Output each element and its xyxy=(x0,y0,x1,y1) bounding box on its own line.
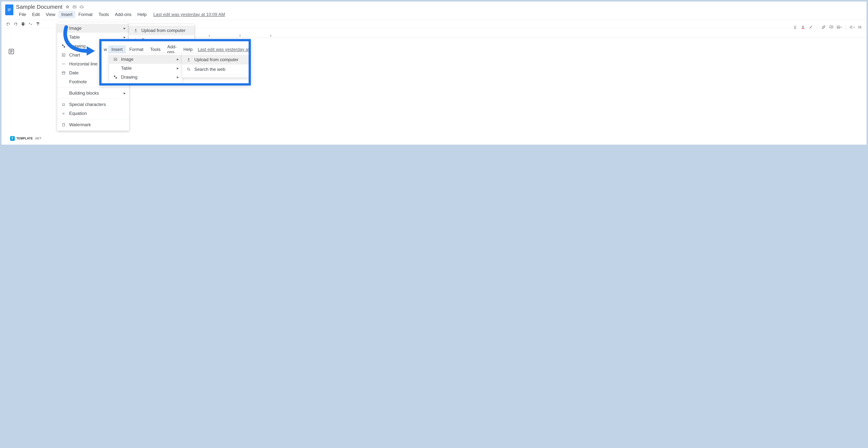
blank-icon xyxy=(61,79,66,84)
menu-label: Image xyxy=(121,57,133,62)
menu-addons[interactable]: Add-ons xyxy=(112,11,134,18)
svg-point-20 xyxy=(187,68,189,70)
svg-rect-18 xyxy=(114,76,116,77)
callout-drawing-item[interactable]: Drawing ▶ xyxy=(109,73,182,82)
callout-search-web-item[interactable]: Search the web xyxy=(182,64,249,74)
menu-edit[interactable]: Edit xyxy=(29,11,43,18)
last-edit-link[interactable]: Last edit was yesterday at 10:09 AM xyxy=(153,12,225,17)
image-icon xyxy=(61,26,66,31)
insert-equation-item[interactable]: π2 Equation xyxy=(57,109,129,118)
app-frame: Sample Document File Edit View Insert Fo… xyxy=(1,1,867,145)
insert-watermark-item[interactable]: Watermark xyxy=(57,120,129,129)
align-button[interactable]: ▾ xyxy=(849,25,855,30)
link-button[interactable] xyxy=(821,25,826,30)
spellcheck-button[interactable] xyxy=(28,21,33,27)
callout-image-submenu: Upload from computer Search the web xyxy=(182,53,249,77)
undo-button[interactable] xyxy=(6,21,11,27)
underline-button[interactable] xyxy=(793,25,798,30)
chevron-right-icon: ▶ xyxy=(177,67,179,70)
menu-label: Chart xyxy=(69,53,80,58)
menu-bar: File Edit View Insert Format Tools Add-o… xyxy=(16,11,864,18)
menu-label: Upload from computer xyxy=(194,57,238,62)
insert-special-chars-item[interactable]: Ω Special characters xyxy=(57,100,129,109)
menu-label: Footnote xyxy=(69,79,87,85)
svg-rect-9 xyxy=(850,28,853,28)
comment-button[interactable] xyxy=(829,25,834,30)
svg-rect-4 xyxy=(802,28,804,29)
chevron-right-icon: ▶ xyxy=(177,58,179,61)
line-spacing-button[interactable] xyxy=(857,25,862,30)
star-icon[interactable] xyxy=(65,5,69,9)
callout-last-edit[interactable]: Last edit was yesterday at xyxy=(198,47,249,52)
divider xyxy=(57,119,129,119)
callout-underline-fragment: U xyxy=(249,56,251,62)
header: Sample Document File Edit View Insert Fo… xyxy=(2,2,866,18)
menu-insert[interactable]: Insert xyxy=(58,11,75,18)
date-icon xyxy=(61,71,66,75)
chevron-right-icon: ▶ xyxy=(124,36,126,39)
callout-menu-format[interactable]: Format xyxy=(126,45,147,54)
upload-icon xyxy=(186,58,191,62)
svg-point-12 xyxy=(64,46,65,47)
move-icon[interactable] xyxy=(72,5,76,9)
ruler-mark: 6 xyxy=(270,34,272,37)
insert-building-blocks-item[interactable]: Building blocks ▶ xyxy=(57,89,129,98)
menu-label: Table xyxy=(121,66,132,71)
svg-rect-15 xyxy=(62,72,65,74)
menu-label: Image xyxy=(69,26,82,31)
callout-detail: w Insert Format Tools Add-ons Help Last … xyxy=(99,39,251,86)
watermark-badge: T xyxy=(10,136,15,141)
menu-label: Horizontal line xyxy=(69,61,97,67)
menu-format[interactable]: Format xyxy=(75,11,96,18)
cloud-icon[interactable] xyxy=(80,5,84,9)
upload-icon xyxy=(133,28,138,33)
divider xyxy=(57,87,129,88)
callout-image-item[interactable]: Image ▶ xyxy=(109,55,182,64)
insert-image-button[interactable]: ▾ xyxy=(837,25,842,30)
blank-icon xyxy=(61,35,66,39)
chevron-right-icon: ▶ xyxy=(177,76,179,78)
menu-label: Table xyxy=(69,35,80,40)
callout-menu-insert[interactable]: Insert xyxy=(108,45,126,54)
image-icon xyxy=(113,57,118,62)
callout-menu-tools[interactable]: Tools xyxy=(147,45,164,54)
separator xyxy=(845,25,846,30)
menu-view[interactable]: View xyxy=(43,11,58,18)
drawing-icon xyxy=(113,75,118,79)
watermark-suffix: .NET xyxy=(34,137,41,140)
menu-file[interactable]: File xyxy=(16,11,29,18)
omega-icon: Ω xyxy=(61,102,66,107)
pi-icon: π2 xyxy=(61,111,66,116)
menu-label: Drawing xyxy=(121,74,137,80)
callout-menu-help[interactable]: Help xyxy=(180,45,196,54)
callout-table-item[interactable]: Table ▶ xyxy=(109,64,182,73)
blank-icon xyxy=(61,91,66,95)
upload-from-computer-item[interactable]: Upload from computer xyxy=(129,26,194,35)
chevron-right-icon: ▶ xyxy=(124,27,126,30)
watermark-brand: TEMPLATE xyxy=(17,137,33,140)
divider xyxy=(57,99,129,99)
redo-button[interactable] xyxy=(13,21,18,27)
svg-rect-6 xyxy=(837,26,840,28)
toolbar-right: ▾ ▾ xyxy=(793,25,862,30)
outline-button[interactable] xyxy=(8,48,15,55)
menu-tools[interactable]: Tools xyxy=(96,11,112,18)
menu-label: Special characters xyxy=(69,102,106,107)
docs-logo[interactable] xyxy=(5,4,13,15)
paint-format-button[interactable] xyxy=(35,21,40,27)
menu-label: Date xyxy=(69,70,79,75)
svg-rect-8 xyxy=(850,27,852,27)
site-watermark: T TEMPLATE.NET xyxy=(10,136,41,141)
drawing-icon xyxy=(61,44,66,48)
highlight-button[interactable] xyxy=(808,25,813,30)
svg-rect-0 xyxy=(8,9,11,9)
insert-image-item[interactable]: Image ▶ xyxy=(57,24,129,33)
watermark-icon xyxy=(61,123,66,127)
print-button[interactable] xyxy=(21,21,26,27)
document-title[interactable]: Sample Document xyxy=(16,4,62,10)
text-color-button[interactable] xyxy=(800,25,806,30)
callout-upload-item[interactable]: Upload from computer xyxy=(182,55,249,64)
menu-help[interactable]: Help xyxy=(134,11,150,18)
menu-fragment: w xyxy=(103,45,108,54)
svg-rect-11 xyxy=(62,44,64,46)
